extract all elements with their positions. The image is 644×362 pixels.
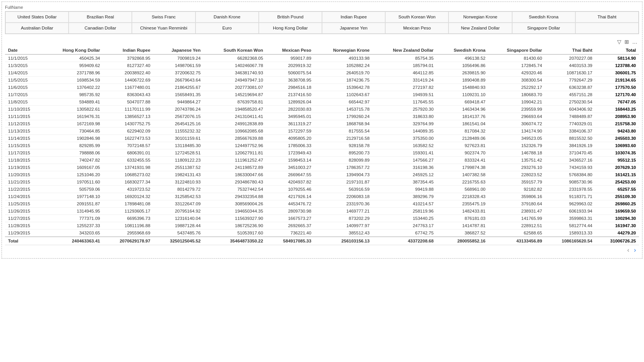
table-cell: 11/22/2015 [5,185,44,193]
table-cell: 67742.75 [373,229,437,237]
currency-cell[interactable]: Swedish Krona [512,11,575,23]
column-header[interactable]: Date [5,46,44,54]
currency-cell[interactable]: Hong Kong Dollar [259,23,322,34]
scroll-right-icon[interactable]: › [634,247,636,254]
column-header[interactable]: Mexican Peso [266,46,314,54]
table-cell: 172845.74 [488,62,545,69]
table-cell: 120627911.81 [204,149,266,156]
currency-cell[interactable]: Chinese Yuan Renminbi [132,23,195,34]
currency-cell[interactable]: Norwegian Krone [449,11,512,23]
more-icon[interactable]: … [632,39,637,45]
table-cell: 26454125.16 [153,120,204,127]
table-cell: 100294.30 [595,215,639,222]
table-cell: 1861541.04 [437,120,488,127]
table-cell: 169659.50 [595,207,639,215]
table-cell: 20795164.92 [153,207,204,215]
table-cell: 895200.73 [314,149,373,156]
table-cell: 208953.90 [595,113,639,120]
column-header[interactable]: Total [595,46,639,54]
table-cell: 833324.41 [437,156,488,164]
filter-icon[interactable]: ▽ [617,39,621,45]
table-cell: 1305822.61 [44,105,103,113]
scroll-nav: ‹ › [5,245,639,255]
currency-cell[interactable]: Canadian Dollar [69,23,132,34]
table-cell: 31258542.53 [153,193,204,200]
table-cell: 11/15/2015 [5,142,44,149]
table-cell: 11809122.23 [153,156,204,164]
table-cell: 66282368.05 [204,54,266,62]
table-cell: 11/14/2015 [5,134,44,142]
table-cell: 9085730.96 [545,178,595,185]
table-row: 11/21/20151970511.6016830277.3431224810.… [5,178,639,185]
table-cell: 1539642.78 [314,84,373,91]
table-cell: 1463434.96 [437,105,488,113]
table-cell: 306001.75 [595,69,639,76]
table-cell: 202773081.07 [204,84,266,91]
table-cell: 379180.64 [488,200,545,207]
currency-cell[interactable]: British Pound [259,11,322,23]
column-header[interactable]: Thai Baht [545,46,595,54]
column-header[interactable]: Japanese Yen [153,46,204,54]
column-header[interactable]: Norwegian Krone [314,46,373,54]
table-cell: 186330047.66 [204,171,266,178]
table-row: 11/17/2015798888.066806391.0112724528.51… [5,149,639,156]
table-row: 11/11/20151619476.3113856527.1325672076.… [5,113,639,120]
table-cell: 6806391.01 [103,149,153,156]
table-cell: 375350.00 [373,134,437,142]
currency-cell[interactable]: Singapore Dollar [512,23,575,34]
table-cell: 257920.30 [373,105,437,113]
table-cell: 58114.90 [595,54,639,62]
table-cell: 254253.00 [595,178,639,185]
table-cell: 1079255.46 [266,185,314,193]
table-cell: 147566.27 [373,156,437,164]
table-cell: 294332354.88 [204,193,266,200]
column-header[interactable]: Singapore Dollar [488,46,545,54]
table-cell: 3638708.95 [266,76,314,84]
currency-cell[interactable]: Danish Krone [196,11,259,23]
table-cell: 177570.50 [595,84,639,91]
currency-cell[interactable]: Japanese Yen [322,23,385,34]
column-header[interactable]: South Korean Won [204,46,266,54]
table-cell: 245503.30 [595,134,639,142]
table-cell: 3495945.01 [266,113,314,120]
currency-cell[interactable]: Indian Rupee [322,11,385,23]
table-row: 11/8/2015594889.415047077.889449864.2787… [5,98,639,105]
table-cell: 296693.64 [488,113,545,120]
table-cell: 258119.96 [373,207,437,215]
currency-cell[interactable]: Mexican Peso [385,23,449,34]
scroll-left-icon[interactable]: ‹ [627,247,629,254]
table-cell: 959409.62 [44,62,103,69]
table-cell: 1255237.33 [44,222,103,229]
currency-cell[interactable]: Australian Dollar [5,23,69,34]
grid-icon[interactable]: ⊞ [624,39,629,45]
table-cell: 5768384.80 [545,171,595,178]
currency-cell [575,23,639,34]
currency-cell[interactable]: United States Dollar [5,11,69,23]
table-cell: 2129716.58 [314,134,373,142]
table-cell: 1672169.98 [44,120,103,127]
table-row: 11/14/20151902846.9816227473.5330101159.… [5,134,639,142]
column-header[interactable]: Swedish Krona [437,46,488,54]
table-cell: 343203.65 [44,229,103,237]
table-cell: 85754.35 [373,54,437,62]
table-cell: 76747.05 [595,98,639,105]
column-header[interactable]: New Zealand Dollar [373,46,437,54]
table-cell: 161421.15 [595,171,639,178]
table-cell: 450425.34 [44,54,103,62]
currency-cell[interactable]: Euro [196,23,259,34]
table-cell: 21864255.67 [153,84,204,91]
currency-cell[interactable]: Thai Baht [575,11,639,23]
column-header[interactable]: Indian Rupee [103,46,153,54]
currency-cell[interactable]: South Korean Won [385,11,449,23]
column-header[interactable]: Hong Kong Dollar [44,46,103,54]
table-cell: 1902846.98 [44,134,103,142]
table-cell: 16830277.34 [103,178,153,185]
table-cell: 219134.65 [595,76,639,84]
currency-cell[interactable]: New Zealand Dollar [449,23,512,34]
table-cell: 1799260.24 [314,113,373,120]
currency-cell[interactable]: Brazilian Real [69,11,132,23]
table-cell: 1598453.14 [266,156,314,164]
currency-cell[interactable]: Swiss Franc [132,11,195,23]
table-cell: 11/12/2015 [5,120,44,127]
table-cell: 117645.55 [373,98,437,105]
